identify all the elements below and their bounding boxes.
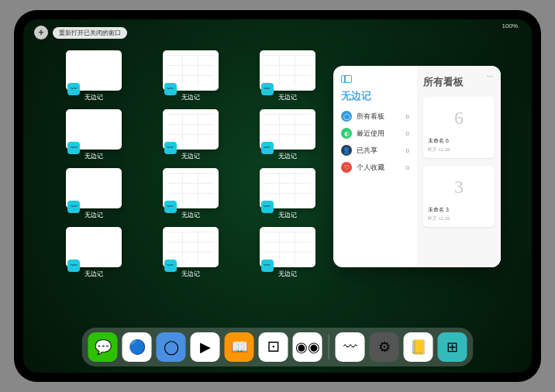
thumbnail-preview: 〰 — [260, 50, 315, 91]
category-已共享[interactable]: 👤已共享0 — [341, 142, 409, 159]
freeform-app-icon: 〰 — [67, 142, 80, 154]
window-label: 无边记 — [84, 211, 103, 219]
dock-notes-icon[interactable]: 📒 — [404, 332, 433, 362]
thumbnail-preview: 〰 — [260, 227, 315, 267]
category-icon: ◐ — [341, 128, 352, 139]
dock-play-icon[interactable]: ▶ — [191, 332, 220, 362]
category-个人收藏[interactable]: ♡个人收藏0 — [341, 159, 409, 176]
category-count: 0 — [406, 113, 409, 120]
category-icon: ◯ — [341, 111, 352, 122]
reopen-window-button[interactable]: 重新打开已关闭的窗口 — [53, 27, 127, 39]
window-label: 无边记 — [84, 152, 103, 160]
window-label: 无边记 — [278, 93, 297, 101]
board-preview: 3 — [426, 169, 491, 205]
thumbnail-preview: 〰 — [163, 50, 219, 91]
window-label: 无边记 — [278, 270, 297, 278]
window-thumbnail[interactable]: 〰无边记 — [244, 227, 330, 278]
thumbnail-preview: 〰 — [260, 109, 315, 150]
window-thumbnail[interactable]: 〰无边记 — [244, 168, 330, 219]
window-label: 无边记 — [181, 211, 200, 219]
popover-sidebar: 无边记 ◯所有看板0◐最近使用0👤已共享0♡个人收藏0 — [333, 66, 417, 267]
category-icon: 👤 — [341, 145, 352, 156]
dock-dice-icon[interactable]: ⚀ — [259, 332, 288, 362]
thumbnail-preview: 〰 — [66, 227, 122, 267]
window-thumbnail[interactable]: 〰无边记 — [148, 50, 234, 101]
dock-recent-icon[interactable]: ⊞ — [438, 332, 467, 362]
dock-freeform-icon[interactable]: 〰 — [336, 332, 365, 362]
dock-settings-icon[interactable]: ⚙ — [370, 332, 399, 362]
window-label: 无边记 — [181, 152, 200, 160]
freeform-app-icon: 〰 — [261, 260, 274, 272]
thumbnail-preview: 〰 — [163, 109, 219, 150]
dock-divider — [329, 335, 329, 359]
more-icon[interactable]: ··· — [487, 72, 493, 81]
category-count: 0 — [406, 147, 409, 154]
category-count: 0 — [406, 130, 409, 137]
board-title: 未命名 6 — [426, 136, 491, 146]
window-thumbnail[interactable]: 〰无边记 — [148, 227, 234, 278]
freeform-app-icon: 〰 — [261, 201, 274, 213]
board-timestamp: 昨天 11:25 — [426, 215, 491, 224]
status-bar: 100% — [502, 22, 518, 29]
dock: 💬🔵◯▶📖⚀◉◉〰⚙📒⊞ — [82, 328, 474, 366]
window-thumbnail[interactable]: 〰无边记 — [148, 109, 234, 160]
dock-connect-icon[interactable]: ◉◉ — [293, 332, 322, 362]
thumbnail-preview: 〰 — [260, 168, 315, 208]
board-title: 未命名 3 — [426, 205, 491, 215]
window-thumbnail[interactable]: 〰无边记 — [51, 50, 137, 101]
add-button[interactable]: + — [34, 26, 48, 40]
board-preview: 6 — [426, 100, 491, 136]
thumbnail-preview: 〰 — [163, 168, 219, 208]
window-thumbnail[interactable]: 〰无边记 — [51, 109, 137, 160]
freeform-popover: ··· 无边记 ◯所有看板0◐最近使用0👤已共享0♡个人收藏0 所有看板 6未命… — [333, 66, 501, 267]
freeform-app-icon: 〰 — [164, 260, 177, 272]
category-label: 所有看板 — [357, 112, 384, 122]
window-label: 无边记 — [84, 93, 103, 101]
app-expose-grid: 〰无边记〰无边记〰无边记〰无边记〰无边记〰无边记〰无边记〰无边记〰无边记〰无边记… — [51, 50, 330, 278]
category-icon: ♡ — [341, 162, 352, 173]
board-timestamp: 昨天 11:26 — [426, 146, 491, 155]
thumbnail-preview: 〰 — [66, 109, 122, 150]
category-最近使用[interactable]: ◐最近使用0 — [341, 125, 409, 142]
board-item[interactable]: 3未命名 3昨天 11:25 — [423, 166, 495, 227]
popover-content: 所有看板 6未命名 6昨天 11:263未命名 3昨天 11:25 — [417, 66, 501, 267]
freeform-app-icon: 〰 — [261, 142, 274, 154]
dock-wechat-icon[interactable]: 💬 — [88, 332, 118, 362]
dock-books-icon[interactable]: 📖 — [225, 332, 254, 362]
freeform-app-icon: 〰 — [164, 142, 177, 154]
thumbnail-preview: 〰 — [163, 227, 219, 267]
category-label: 个人收藏 — [357, 163, 384, 173]
dock-quark-hd-icon[interactable]: 🔵 — [122, 332, 152, 362]
thumbnail-preview: 〰 — [66, 168, 122, 208]
window-thumbnail[interactable]: 〰无边记 — [148, 168, 234, 219]
dock-quark-icon[interactable]: ◯ — [157, 332, 186, 362]
window-thumbnail[interactable]: 〰无边记 — [51, 227, 137, 278]
battery-text: 100% — [502, 22, 518, 29]
top-bar: + 重新打开已关闭的窗口 — [34, 26, 127, 40]
category-label: 最近使用 — [357, 129, 384, 139]
window-label: 无边记 — [84, 270, 103, 278]
sidebar-icon[interactable] — [341, 75, 352, 83]
thumbnail-preview: 〰 — [66, 50, 122, 91]
window-thumbnail[interactable]: 〰无边记 — [244, 109, 330, 160]
freeform-app-icon: 〰 — [67, 201, 80, 213]
window-label: 无边记 — [278, 211, 297, 219]
freeform-app-icon: 〰 — [164, 83, 177, 95]
ipad-frame: 100% + 重新打开已关闭的窗口 〰无边记〰无边记〰无边记〰无边记〰无边记〰无… — [14, 10, 541, 382]
window-label: 无边记 — [278, 152, 297, 160]
category-label: 已共享 — [357, 146, 377, 156]
window-label: 无边记 — [181, 270, 200, 278]
board-item[interactable]: 6未命名 6昨天 11:26 — [423, 97, 495, 158]
freeform-app-icon: 〰 — [67, 83, 80, 95]
boards-title: 所有看板 — [423, 75, 495, 89]
freeform-app-icon: 〰 — [164, 201, 177, 213]
freeform-app-icon: 〰 — [261, 83, 274, 95]
window-label: 无边记 — [181, 93, 200, 101]
freeform-app-icon: 〰 — [67, 260, 80, 272]
category-count: 0 — [406, 164, 409, 171]
screen: 100% + 重新打开已关闭的窗口 〰无边记〰无边记〰无边记〰无边记〰无边记〰无… — [23, 19, 532, 373]
window-thumbnail[interactable]: 〰无边记 — [51, 168, 137, 219]
category-所有看板[interactable]: ◯所有看板0 — [341, 108, 409, 125]
window-thumbnail[interactable]: 〰无边记 — [244, 50, 330, 101]
popover-title: 无边记 — [341, 89, 409, 103]
